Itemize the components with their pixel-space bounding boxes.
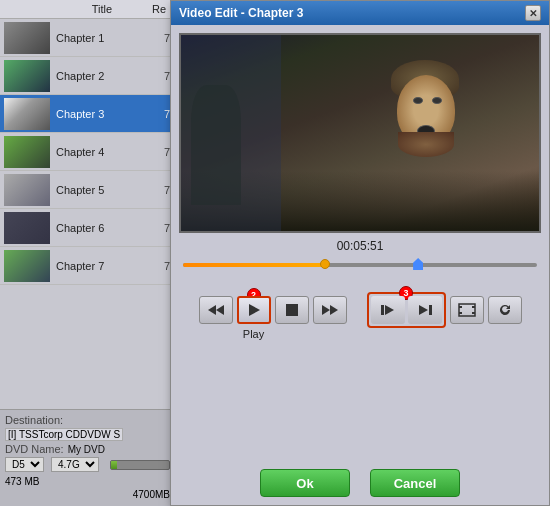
svg-rect-30: [459, 306, 462, 308]
disc-size-select[interactable]: 4.7G8.5G: [51, 457, 99, 472]
chapter-num-3: 7: [152, 108, 170, 120]
chapter-num-2: 7: [152, 70, 170, 82]
svg-marker-23: [322, 305, 330, 315]
destination-label: Destination:: [5, 414, 63, 426]
chapter-thumb-3: [4, 98, 50, 130]
svg-rect-28: [429, 305, 432, 315]
figure-beard: [398, 132, 454, 157]
chapter-item-4[interactable]: Chapter 4 7: [0, 133, 174, 171]
disc-usage-fill: [111, 461, 117, 469]
chapter-item-7[interactable]: Chapter 7 7: [0, 247, 174, 285]
header-title-col: Title: [63, 3, 141, 15]
svg-marker-24: [330, 305, 338, 315]
timeline-marker: [413, 258, 423, 270]
rewind-button[interactable]: [199, 296, 233, 324]
chapter-name-4: Chapter 4: [56, 146, 152, 158]
destination-value: [I] TSSTcorp CDDVDW S: [5, 428, 123, 441]
dvd-name-value: My DVD: [68, 444, 105, 455]
chapter-name-1: Chapter 1: [56, 32, 152, 44]
time-display: 00:05:51: [179, 239, 541, 253]
svg-rect-32: [472, 306, 475, 308]
filmstrip-button[interactable]: [450, 296, 484, 324]
disc-type-select[interactable]: D5D9: [5, 457, 44, 472]
svg-rect-22: [286, 304, 298, 316]
svg-marker-19: [208, 305, 216, 315]
figure-eye-right: [432, 97, 442, 104]
svg-marker-20: [216, 305, 224, 315]
dialog-title: Video Edit - Chapter 3: [179, 6, 303, 20]
video-scene: [181, 35, 539, 231]
chapter-num-7: 7: [152, 260, 170, 272]
dialog-footer: Ok Cancel: [171, 461, 549, 505]
svg-rect-29: [459, 304, 475, 316]
chapter-num-6: 7: [152, 222, 170, 234]
chapter-name-6: Chapter 6: [56, 222, 152, 234]
svg-rect-33: [472, 312, 475, 314]
chapter-item-2[interactable]: Chapter 2 7: [0, 57, 174, 95]
dialog-titlebar: Video Edit - Chapter 3 ✕: [171, 1, 549, 25]
timeline-area: 00:05:51: [179, 239, 541, 272]
bg-left: [181, 35, 281, 233]
chapter-thumb-4: [4, 136, 50, 168]
chapter-item-6[interactable]: Chapter 6 7: [0, 209, 174, 247]
chapter-item-3[interactable]: Chapter 3 7: [0, 95, 174, 133]
mark-out-button[interactable]: [408, 296, 442, 324]
chapter-list-header: Title Re: [0, 0, 174, 19]
figure-eye-left: [413, 97, 423, 104]
info-bar: Destination: [I] TSSTcorp CDDVDW S DVD N…: [0, 409, 175, 506]
mark-group: 3: [367, 292, 446, 328]
controls-row: 2 Play: [179, 292, 541, 328]
video-preview: [179, 33, 541, 233]
ok-button[interactable]: Ok: [260, 469, 350, 497]
svg-rect-31: [459, 312, 462, 314]
chapter-thumb-6: [4, 212, 50, 244]
cancel-button[interactable]: Cancel: [370, 469, 460, 497]
chapter-list: Chapter 1 7 Chapter 2 7 Chapter 3 7 Chap…: [0, 19, 174, 356]
disc-usage-bar: [110, 460, 170, 470]
svg-marker-26: [385, 305, 394, 315]
chapter-item-5[interactable]: Chapter 5 7: [0, 171, 174, 209]
chapter-name-5: Chapter 5: [56, 184, 152, 196]
stop-button[interactable]: [275, 296, 309, 324]
dialog-body: 00:05:51 2: [171, 25, 549, 461]
svg-rect-25: [381, 305, 384, 315]
mark-in-button[interactable]: [371, 296, 405, 324]
chapter-num-4: 7: [152, 146, 170, 158]
chapter-thumb-5: [4, 174, 50, 206]
chapter-name-2: Chapter 2: [56, 70, 152, 82]
chapter-num-1: 7: [152, 32, 170, 44]
svg-marker-27: [419, 305, 428, 315]
left-panel: Title Re Chapter 1 7 Chapter 2 7 Chapter…: [0, 0, 175, 506]
video-edit-dialog: Video Edit - Chapter 3 ✕: [170, 0, 550, 506]
size-label: 473 MB: [5, 476, 39, 487]
timeline-progress: [183, 263, 325, 267]
play-group: 2 Play: [237, 296, 271, 324]
play-tooltip: Play: [243, 328, 264, 340]
play-button[interactable]: [237, 296, 271, 324]
chapter-thumb-2: [4, 60, 50, 92]
chapter-thumb-7: [4, 250, 50, 282]
refresh-button[interactable]: [488, 296, 522, 324]
chapter-num-5: 7: [152, 184, 170, 196]
chapter-item-1[interactable]: Chapter 1 7: [0, 19, 174, 57]
dialog-close-button[interactable]: ✕: [525, 5, 541, 21]
header-re-col: Re: [149, 3, 169, 15]
timeline-thumb[interactable]: [320, 259, 330, 269]
controls-container: 2 Play: [179, 292, 541, 328]
timeline-track[interactable]: [183, 256, 537, 272]
fastforward-button[interactable]: [313, 296, 347, 324]
chapter-name-7: Chapter 7: [56, 260, 152, 272]
svg-marker-21: [249, 304, 260, 316]
size-right: 4700MB: [133, 489, 170, 500]
chapter-name-3: Chapter 3: [56, 108, 152, 120]
dvd-name-label: DVD Name:: [5, 443, 64, 455]
chapter-thumb-1: [4, 22, 50, 54]
